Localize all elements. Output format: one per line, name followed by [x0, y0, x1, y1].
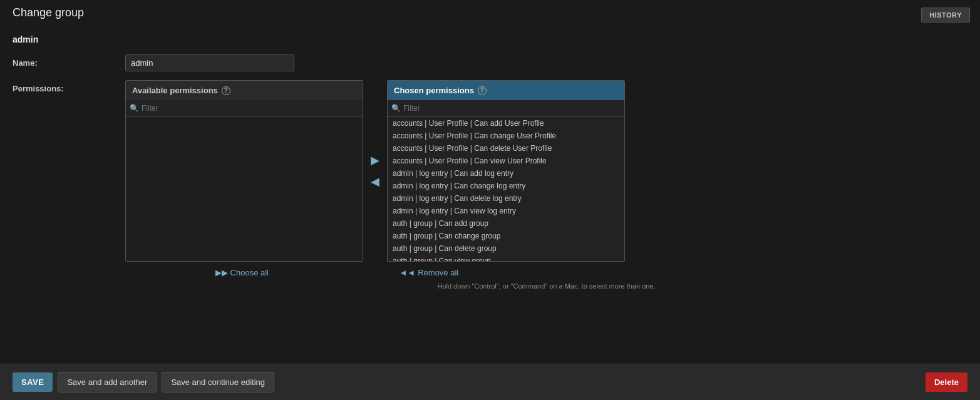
available-permissions-title: Available permissions	[132, 86, 218, 95]
page-title: Change group	[13, 6, 967, 19]
list-item[interactable]: auth | group | Can view group	[388, 255, 624, 261]
below-available: ▶▶ Choose all	[125, 264, 359, 277]
group-name-heading: admin	[13, 34, 967, 44]
save-add-another-button[interactable]: Save and add another	[58, 372, 157, 392]
history-button[interactable]: HISTORY	[921, 8, 970, 23]
below-panels: ▶▶ Choose all ◄◄ Remove all	[125, 264, 626, 277]
chosen-permissions-header: Chosen permissions ?	[388, 81, 624, 100]
list-item[interactable]: admin | log entry | Can add log entry	[388, 167, 624, 180]
move-left-button[interactable]: ◀	[369, 173, 381, 190]
chosen-permissions-panel: Chosen permissions ? 🔍 accounts | User P…	[387, 80, 625, 262]
list-item[interactable]: auth | group | Can change group	[388, 230, 624, 242]
list-item[interactable]: accounts | User Profile | Can change Use…	[388, 130, 624, 142]
hint-text: Hold down "Control", or "Command" on a M…	[125, 282, 967, 290]
name-label: Name:	[13, 54, 125, 68]
name-field-container	[125, 54, 967, 71]
choose-all-row[interactable]: ▶▶ Choose all	[215, 268, 269, 277]
footer-left: SAVE Save and add another Save and conti…	[13, 372, 274, 392]
list-item[interactable]: auth | group | Can delete group	[388, 242, 624, 255]
remove-all-row[interactable]: ◄◄ Remove all	[393, 268, 458, 277]
move-right-button[interactable]: ▶	[369, 152, 381, 168]
available-permissions-help-icon[interactable]: ?	[222, 86, 230, 95]
list-item[interactable]: admin | log entry | Can change log entry	[388, 180, 624, 192]
list-item[interactable]: admin | log entry | Can view log entry	[388, 205, 624, 217]
available-permissions-header: Available permissions ?	[126, 81, 363, 100]
permissions-container: Available permissions ? 🔍 ▶ ◀	[125, 80, 626, 262]
below-arrows-spacer	[359, 264, 393, 277]
chosen-permissions-list[interactable]: accounts | User Profile | Can add User P…	[388, 117, 624, 261]
available-filter-row: 🔍	[126, 100, 363, 117]
available-permissions-list[interactable]	[126, 117, 363, 261]
choose-all-label: Choose all	[230, 268, 269, 277]
chosen-search-icon: 🔍	[391, 104, 401, 113]
chosen-filter-row: 🔍	[388, 100, 624, 117]
name-input[interactable]	[125, 54, 294, 71]
list-item[interactable]: accounts | User Profile | Can delete Use…	[388, 142, 624, 155]
chosen-filter-input[interactable]	[403, 103, 621, 114]
delete-button[interactable]: Delete	[926, 372, 967, 392]
remove-all-label: Remove all	[418, 268, 458, 277]
permissions-field-container: Available permissions ? 🔍 ▶ ◀	[125, 80, 967, 290]
available-filter-input[interactable]	[142, 103, 359, 114]
list-item[interactable]: accounts | User Profile | Can view User …	[388, 155, 624, 167]
available-permissions-panel: Available permissions ? 🔍	[125, 80, 363, 262]
save-button[interactable]: SAVE	[13, 372, 53, 392]
permissions-label: Permissions:	[13, 80, 125, 93]
name-row: Name:	[13, 54, 967, 71]
chosen-permissions-title: Chosen permissions	[394, 86, 474, 95]
chosen-permissions-help-icon[interactable]: ?	[478, 86, 487, 95]
list-item[interactable]: accounts | User Profile | Can add User P…	[388, 117, 624, 130]
below-chosen: ◄◄ Remove all	[393, 264, 626, 277]
save-continue-editing-button[interactable]: Save and continue editing	[162, 372, 274, 392]
permissions-row: Permissions: Available permissions ? 🔍	[13, 80, 967, 290]
available-search-icon: 🔍	[130, 104, 139, 113]
remove-all-icon: ◄◄	[399, 268, 415, 277]
arrows-column: ▶ ◀	[363, 80, 387, 262]
footer-bar: SAVE Save and add another Save and conti…	[0, 364, 980, 400]
choose-all-icon: ▶▶	[215, 268, 228, 277]
list-item[interactable]: auth | group | Can add group	[388, 217, 624, 230]
list-item[interactable]: admin | log entry | Can delete log entry	[388, 192, 624, 205]
